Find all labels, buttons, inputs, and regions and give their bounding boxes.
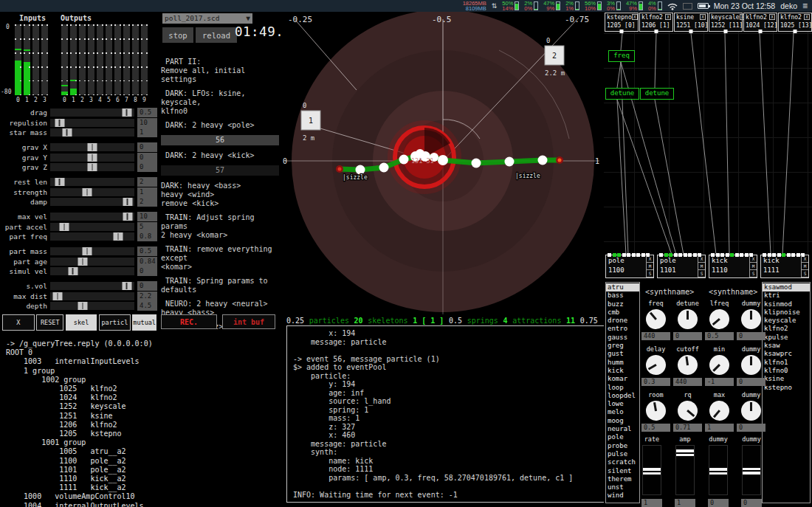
slider-value[interactable]: 0 — [137, 142, 157, 152]
synth-list-item[interactable]: atru — [606, 283, 639, 292]
knob-value[interactable]: 440 — [641, 332, 670, 340]
node-outlet[interactable] — [620, 30, 624, 33]
slider-track[interactable] — [49, 301, 135, 311]
knob[interactable] — [705, 396, 733, 424]
slider-handle[interactable] — [60, 223, 69, 231]
fader-track[interactable] — [642, 445, 661, 495]
param-tag-freq[interactable]: freq — [608, 50, 635, 62]
slider-track[interactable] — [49, 292, 135, 301]
synth-list-item[interactable]: moog — [606, 417, 639, 425]
slider-track[interactable] — [49, 108, 135, 117]
slider-track[interactable] — [49, 187, 135, 197]
slider-handle[interactable] — [83, 247, 92, 255]
slider-track[interactable] — [49, 222, 135, 232]
node-box[interactable]: kstepno X 1205 [0] — [605, 13, 639, 32]
synth-list-item[interactable]: pole — [606, 433, 639, 441]
lfo-list-item[interactable]: klfno1 — [763, 359, 810, 367]
solo-toggle[interactable]: S — [801, 270, 808, 277]
synth-list-item[interactable]: drone — [606, 317, 639, 325]
knob[interactable] — [678, 309, 698, 329]
lfo-list-item[interactable]: ktri — [763, 292, 810, 300]
slider-value[interactable]: 1 — [137, 128, 157, 137]
x-toggle[interactable]: X — [698, 255, 705, 263]
knob-value[interactable]: 0 — [737, 424, 765, 432]
solo-toggle[interactable]: S — [749, 270, 757, 277]
synth-list-item[interactable]: melo — [606, 408, 639, 416]
synth-list-item[interactable]: gust — [606, 350, 639, 358]
close-node-button[interactable]: X — [700, 14, 706, 20]
node-box[interactable]: klfno2 X 1024 [12] — [743, 13, 777, 32]
fader-value[interactable]: 1 — [641, 499, 662, 507]
battery-icon[interactable] — [698, 3, 709, 9]
knob[interactable] — [641, 305, 670, 333]
node-outlet[interactable] — [759, 30, 763, 33]
slider-handle[interactable] — [78, 258, 88, 266]
lfo-list-item[interactable]: klipnoise — [763, 308, 810, 317]
knob-value[interactable]: 0 — [737, 378, 765, 386]
viz-mode-button[interactable]: RESET — [36, 314, 63, 331]
fader-handle[interactable] — [643, 468, 661, 475]
node-box[interactable]: keyscale X 1252 [11] — [709, 13, 743, 32]
slider-track[interactable] — [49, 128, 135, 137]
lfo-list-item[interactable]: ksawprc — [763, 350, 810, 358]
knob[interactable] — [705, 351, 733, 379]
synth-list-item[interactable]: entro — [606, 325, 639, 333]
slider-value[interactable]: 0.8 — [137, 232, 157, 241]
wifi-icon[interactable] — [667, 2, 678, 10]
lfo-list-item[interactable]: kstepno — [763, 384, 810, 392]
slider-track[interactable] — [49, 162, 135, 172]
slider-handle[interactable] — [53, 292, 63, 300]
slider-handle[interactable] — [88, 163, 97, 171]
node-outlet[interactable] — [794, 30, 797, 33]
node-graph-canvas[interactable]: kstepno X 1205 [0] klfno2 X 1206 [1] — [604, 12, 812, 254]
knob-value[interactable]: 0 — [737, 332, 765, 340]
slider-value[interactable]: 0 — [137, 162, 157, 172]
node-box[interactable]: klfno2 X 1025 [13] — [778, 13, 812, 32]
slider-handle[interactable] — [123, 198, 132, 206]
x-toggle[interactable]: X — [646, 255, 653, 263]
rec-button[interactable]: REC. — [161, 314, 217, 329]
close-node-button[interactable]: X — [769, 14, 775, 20]
synth-node-box[interactable]: kick 1110 X M S — [709, 255, 757, 278]
knob-value[interactable]: 0 — [673, 332, 702, 340]
slider-track[interactable] — [49, 232, 135, 241]
lfo-list-item[interactable]: ksine — [763, 375, 810, 383]
slider-value[interactable]: 1 — [137, 187, 157, 197]
mute-toggle[interactable]: M — [646, 263, 653, 270]
synth-list-item[interactable]: lowe — [606, 400, 639, 408]
slider-value[interactable]: 0.5 — [137, 108, 157, 117]
slider-handle[interactable] — [88, 154, 97, 162]
synth-list-item[interactable]: therem — [606, 475, 639, 483]
node-outlet[interactable] — [689, 30, 693, 33]
synth-list-item[interactable]: neural — [606, 425, 639, 433]
slider-value[interactable]: 2.2 — [137, 292, 157, 301]
x-toggle[interactable]: X — [801, 255, 808, 263]
slider-handle[interactable] — [114, 232, 123, 241]
slider-value[interactable]: 10 — [137, 118, 157, 128]
slider-handle[interactable] — [123, 213, 132, 221]
knob[interactable] — [642, 351, 670, 379]
mute-toggle[interactable]: M — [801, 263, 808, 270]
slider-handle[interactable] — [122, 282, 131, 290]
slider-value[interactable]: 0 — [137, 266, 157, 276]
viz-mode-button[interactable]: X — [2, 314, 35, 331]
synth-list-item[interactable]: cmb — [606, 308, 639, 317]
solo-toggle[interactable]: S — [646, 270, 653, 277]
node-box[interactable]: ksine X 1251 [10] — [674, 13, 708, 32]
close-node-button[interactable]: X — [665, 14, 671, 20]
menu-user[interactable]: deko — [780, 1, 797, 10]
slider-handle[interactable] — [68, 267, 78, 275]
slider-track[interactable] — [49, 257, 135, 266]
fader-value[interactable]: 1 — [675, 499, 695, 507]
synth-list-item[interactable]: scratch — [606, 458, 639, 466]
knob[interactable] — [741, 355, 761, 375]
knob[interactable] — [741, 401, 761, 421]
synth-list-item[interactable]: pulse — [606, 450, 639, 458]
synth-node-box[interactable]: kick 1111 X M S — [760, 255, 809, 278]
knob-value[interactable]: -1 — [705, 378, 734, 386]
slider-handle[interactable] — [55, 119, 64, 127]
lfo-list-item[interactable]: keyscale — [763, 317, 810, 325]
param-tag-detune-2[interactable]: detune — [640, 88, 674, 100]
synth-list-item[interactable]: gauss — [606, 334, 639, 342]
node-box[interactable]: klfno2 X 1206 [1] — [639, 13, 673, 32]
